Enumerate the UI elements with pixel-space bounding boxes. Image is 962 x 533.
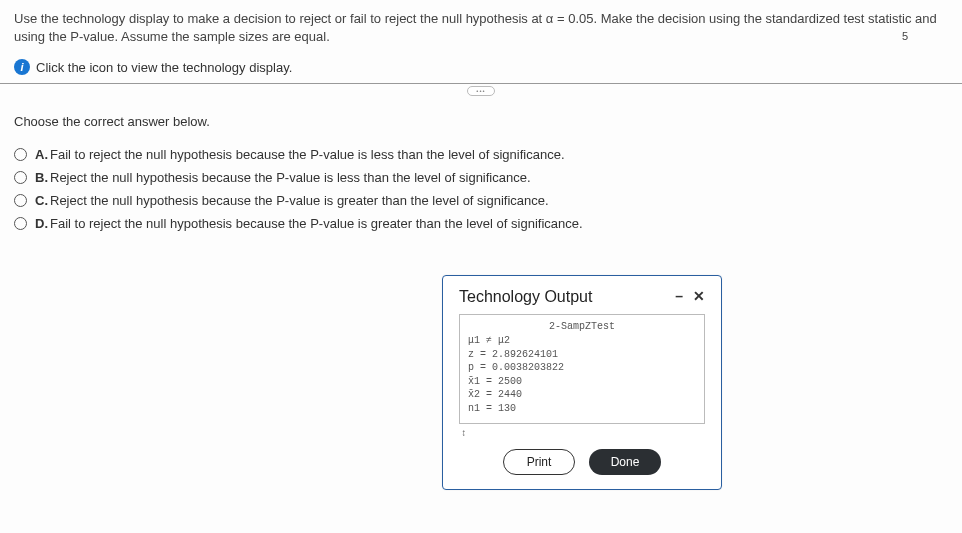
radio-icon[interactable] xyxy=(14,171,27,184)
option-d[interactable]: D.Fail to reject the null hypothesis bec… xyxy=(14,212,948,235)
divider-handle-icon: ••• xyxy=(467,86,495,96)
option-text: Reject the null hypothesis because the P… xyxy=(50,170,531,185)
option-text: Reject the null hypothesis because the P… xyxy=(50,193,549,208)
dialog-title: Technology Output xyxy=(459,288,592,306)
close-icon[interactable]: ✕ xyxy=(693,288,705,304)
done-button[interactable]: Done xyxy=(589,449,661,475)
question-instruction: Choose the correct answer below. xyxy=(14,114,948,129)
section-divider: ••• xyxy=(0,84,962,98)
dialog-buttons: Print Done xyxy=(459,449,705,475)
print-button[interactable]: Print xyxy=(503,449,575,475)
option-a[interactable]: A.Fail to reject the null hypothesis bec… xyxy=(14,143,948,166)
option-c[interactable]: C.Reject the null hypothesis because the… xyxy=(14,189,948,212)
output-heading: 2-SampZTest xyxy=(468,321,696,332)
calculator-output: 2-SampZTest μ1 ≠ μ2 z = 2.892624101 p = … xyxy=(459,314,705,424)
question-prompt: Use the technology display to make a dec… xyxy=(14,10,948,45)
minimize-icon[interactable]: – xyxy=(675,288,683,304)
output-line: μ1 ≠ μ2 xyxy=(468,334,696,348)
answer-options: A.Fail to reject the null hypothesis bec… xyxy=(14,143,948,235)
option-letter: D. xyxy=(35,216,48,231)
radio-icon[interactable] xyxy=(14,148,27,161)
output-line: x̄2 = 2440 xyxy=(468,388,696,402)
option-text: Fail to reject the null hypothesis becau… xyxy=(50,216,583,231)
dialog-window-controls: – ✕ xyxy=(675,288,705,304)
radio-icon[interactable] xyxy=(14,217,27,230)
tech-display-link[interactable]: i Click the icon to view the technology … xyxy=(14,59,948,75)
radio-icon[interactable] xyxy=(14,194,27,207)
output-line: n1 = 130 xyxy=(468,402,696,416)
output-line: z = 2.892624101 xyxy=(468,348,696,362)
tech-display-link-label: Click the icon to view the technology di… xyxy=(36,60,292,75)
option-text: Fail to reject the null hypothesis becau… xyxy=(50,147,565,162)
dialog-header: Technology Output – ✕ xyxy=(459,288,705,306)
option-letter: C. xyxy=(35,193,48,208)
option-letter: A. xyxy=(35,147,48,162)
technology-output-dialog: Technology Output – ✕ 2-SampZTest μ1 ≠ μ… xyxy=(442,275,722,490)
info-icon: i xyxy=(14,59,30,75)
question-header: Use the technology display to make a dec… xyxy=(0,0,962,84)
output-line: p = 0.0038203822 xyxy=(468,361,696,375)
option-letter: B. xyxy=(35,170,48,185)
option-b[interactable]: B.Reject the null hypothesis because the… xyxy=(14,166,948,189)
output-line: x̄1 = 2500 xyxy=(468,375,696,389)
scroll-indicator-icon: ↕ xyxy=(461,428,705,439)
page-marker: 5 xyxy=(902,30,908,42)
question-body: Choose the correct answer below. A.Fail … xyxy=(0,98,962,249)
